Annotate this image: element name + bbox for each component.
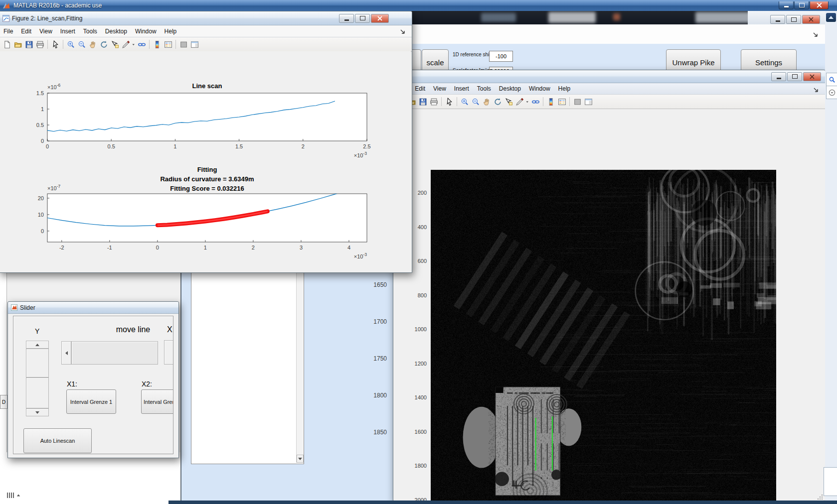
search-tool-button[interactable] xyxy=(826,73,837,86)
main-minimize-button[interactable] xyxy=(779,1,794,9)
menu-item[interactable]: Desktop xyxy=(495,84,525,94)
figure2-titlebar[interactable]: Figure 2: Line_scan,Fitting xyxy=(0,11,412,25)
svg-text:×10-7: ×10-7 xyxy=(47,184,61,191)
rotate-icon[interactable] xyxy=(98,39,109,50)
figure-image-canvas[interactable] xyxy=(431,170,776,501)
gui-minimize-button[interactable] xyxy=(770,15,785,24)
menu-item[interactable]: Desktop xyxy=(101,26,131,36)
menu-item[interactable]: File xyxy=(0,26,17,36)
save-icon[interactable] xyxy=(417,96,428,107)
interval-grenze-2-button[interactable]: Interval Grenze 2 xyxy=(141,389,173,414)
new-doc-icon[interactable] xyxy=(1,39,12,50)
zoom-out-icon[interactable] xyxy=(470,96,481,107)
brush-icon[interactable] xyxy=(120,39,131,50)
pointer-icon[interactable] xyxy=(50,39,61,50)
hide-plottools-icon[interactable] xyxy=(572,96,583,107)
menu-item[interactable]: Help xyxy=(161,26,181,36)
figure2-dock-arrow-icon[interactable] xyxy=(400,28,406,37)
legend-icon[interactable] xyxy=(163,39,173,50)
slider-up-button[interactable] xyxy=(26,341,49,349)
show-plottools-icon[interactable] xyxy=(583,96,594,107)
zoom-in-icon[interactable] xyxy=(65,39,76,50)
right-edge-mini-panel xyxy=(824,467,837,496)
slider-track[interactable] xyxy=(71,341,158,365)
matlab-logo-icon xyxy=(2,2,10,9)
right-figure-close-button[interactable] xyxy=(803,72,821,81)
zoom-out-icon[interactable] xyxy=(76,39,87,50)
x-slider-2[interactable] xyxy=(164,340,173,365)
collapse-strip-button[interactable] xyxy=(826,13,836,22)
right-figure-minimize-button[interactable] xyxy=(771,72,786,81)
expand-tool-button[interactable] xyxy=(826,86,837,99)
menu-item[interactable]: Tools xyxy=(79,26,101,36)
svg-text:0: 0 xyxy=(46,143,49,149)
main-titlebar[interactable]: MATLAB R2016b - academic use xyxy=(0,0,837,11)
ref-shift-input[interactable] xyxy=(489,51,513,62)
menu-item[interactable]: Window xyxy=(131,26,161,36)
menu-item[interactable]: View xyxy=(429,84,450,94)
main-close-button[interactable] xyxy=(810,1,829,9)
caret-icon[interactable] xyxy=(525,96,530,107)
gui-dock-arrow-icon[interactable] xyxy=(813,31,819,40)
menu-item[interactable]: Tools xyxy=(473,84,495,94)
main-maximize-button[interactable] xyxy=(794,1,809,9)
zoom-in-icon[interactable] xyxy=(459,96,470,107)
slider-window-title: Slider xyxy=(20,304,35,311)
figure2-minimize-button[interactable] xyxy=(339,14,354,23)
slider-down-button[interactable] xyxy=(26,408,49,416)
save-icon[interactable] xyxy=(23,39,34,50)
figure2-close-button[interactable] xyxy=(371,14,389,23)
open-folder-icon[interactable] xyxy=(12,39,23,50)
caret-icon[interactable] xyxy=(131,39,136,50)
rotate-icon[interactable] xyxy=(492,96,503,107)
brush-icon[interactable] xyxy=(514,96,525,107)
print-icon[interactable] xyxy=(428,96,439,107)
x1-label: X1: xyxy=(67,380,77,388)
figure2-title: Figure 2: Line_scan,Fitting xyxy=(12,15,82,22)
docked-panel-tab[interactable]: D xyxy=(0,395,7,409)
menu-item[interactable]: Help xyxy=(554,84,575,94)
link-plot-icon[interactable] xyxy=(136,39,147,50)
show-plottools-icon[interactable] xyxy=(189,39,200,50)
figure2-plot-canvas[interactable]: Line scan×10-600.511.522.500.511.5×10-3F… xyxy=(0,51,411,272)
listbox[interactable] xyxy=(191,252,304,464)
svg-text:1: 1 xyxy=(204,245,207,251)
pan-icon[interactable] xyxy=(87,39,98,50)
slider-track-upper[interactable] xyxy=(26,349,49,378)
right-figure-titlebar[interactable]: d xyxy=(393,70,825,83)
menu-item[interactable]: Insert xyxy=(450,84,473,94)
interval-grenze-1-button[interactable]: Interval Grenze 1 xyxy=(66,389,116,414)
gui-close-button[interactable] xyxy=(802,15,820,24)
menu-item[interactable]: Window xyxy=(525,84,554,94)
slider-left-button[interactable] xyxy=(61,341,71,365)
slider-track-lower[interactable] xyxy=(26,378,49,408)
menu-item[interactable]: Edit xyxy=(411,84,429,94)
scroll-down-button[interactable] xyxy=(297,455,304,463)
hide-plottools-icon[interactable] xyxy=(178,39,189,50)
x-slider[interactable] xyxy=(61,341,158,364)
slider-titlebar[interactable]: Slider xyxy=(8,302,178,314)
statusbar-splitter[interactable] xyxy=(7,491,29,499)
listbox-scrollbar[interactable] xyxy=(296,252,303,463)
pointer-icon[interactable] xyxy=(444,96,455,107)
y-slider[interactable] xyxy=(26,341,49,415)
colorbar-icon[interactable] xyxy=(152,39,163,50)
menu-item[interactable]: Edit xyxy=(17,26,35,36)
menu-item[interactable]: View xyxy=(35,26,56,36)
right-figure-dock-arrow-icon[interactable] xyxy=(813,86,819,95)
link-plot-icon[interactable] xyxy=(530,96,541,107)
pan-icon[interactable] xyxy=(481,96,492,107)
auto-linescan-button[interactable]: Auto Linescan xyxy=(23,428,92,453)
colorbar-icon[interactable] xyxy=(545,96,556,107)
axis-tick-label: 1650 xyxy=(358,281,387,289)
data-cursor-icon[interactable] xyxy=(503,96,514,107)
resize-grip-icon[interactable] xyxy=(817,493,823,499)
data-cursor-icon[interactable] xyxy=(109,39,120,50)
figure2-restore-button[interactable] xyxy=(355,14,370,23)
docked-panel-edge xyxy=(0,272,7,504)
gui-restore-button[interactable] xyxy=(786,15,801,24)
legend-icon[interactable] xyxy=(556,96,567,107)
menu-item[interactable]: Insert xyxy=(56,26,79,36)
print-icon[interactable] xyxy=(34,39,45,50)
right-figure-restore-button[interactable] xyxy=(787,72,802,81)
